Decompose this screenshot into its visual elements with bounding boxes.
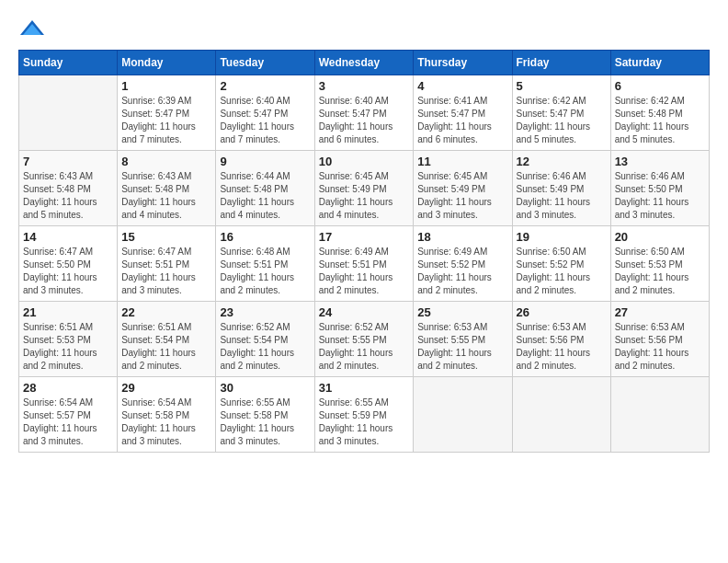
day-info: Sunrise: 6:46 AMSunset: 5:49 PMDaylight:…	[517, 170, 607, 222]
day-of-week-header: Friday	[512, 51, 610, 75]
calendar-cell: 25Sunrise: 6:53 AMSunset: 5:55 PMDayligh…	[414, 302, 512, 377]
day-info: Sunrise: 6:45 AMSunset: 5:49 PMDaylight:…	[417, 170, 507, 222]
calendar-cell: 22Sunrise: 6:51 AMSunset: 5:54 PMDayligh…	[118, 302, 216, 377]
day-number: 21	[23, 305, 113, 319]
day-info: Sunrise: 6:45 AMSunset: 5:49 PMDaylight:…	[319, 170, 410, 222]
calendar-week-row: 28Sunrise: 6:54 AMSunset: 5:57 PMDayligh…	[19, 377, 710, 453]
day-number: 7	[23, 155, 113, 168]
day-info: Sunrise: 6:47 AMSunset: 5:50 PMDaylight:…	[23, 246, 113, 297]
day-info: Sunrise: 6:52 AMSunset: 5:55 PMDaylight:…	[319, 321, 410, 373]
day-number: 4	[417, 79, 507, 93]
calendar-cell: 6Sunrise: 6:42 AMSunset: 5:48 PMDaylight…	[610, 75, 709, 151]
day-info: Sunrise: 6:44 AMSunset: 5:48 PMDaylight:…	[220, 170, 310, 222]
day-of-week-header: Monday	[118, 51, 216, 75]
day-info: Sunrise: 6:50 AMSunset: 5:52 PMDaylight:…	[517, 246, 607, 297]
calendar-cell: 4Sunrise: 6:41 AMSunset: 5:47 PMDaylight…	[414, 75, 512, 151]
calendar-cell	[610, 377, 709, 453]
calendar-cell: 27Sunrise: 6:53 AMSunset: 5:56 PMDayligh…	[610, 302, 709, 377]
day-number: 13	[615, 155, 705, 168]
day-info: Sunrise: 6:43 AMSunset: 5:48 PMDaylight:…	[121, 170, 211, 222]
day-info: Sunrise: 6:47 AMSunset: 5:51 PMDaylight:…	[121, 246, 211, 297]
day-number: 25	[417, 305, 507, 319]
day-info: Sunrise: 6:42 AMSunset: 5:47 PMDaylight:…	[517, 95, 607, 146]
page-header	[18, 18, 710, 40]
calendar-cell: 28Sunrise: 6:54 AMSunset: 5:57 PMDayligh…	[19, 377, 118, 453]
calendar-cell	[414, 377, 512, 453]
day-number: 17	[319, 230, 410, 244]
day-number: 1	[121, 79, 211, 93]
calendar-cell: 30Sunrise: 6:55 AMSunset: 5:58 PMDayligh…	[216, 377, 314, 453]
day-number: 12	[517, 155, 607, 168]
calendar-table: SundayMondayTuesdayWednesdayThursdayFrid…	[18, 50, 710, 453]
day-info: Sunrise: 6:54 AMSunset: 5:58 PMDaylight:…	[121, 396, 211, 448]
calendar-cell: 15Sunrise: 6:47 AMSunset: 5:51 PMDayligh…	[118, 226, 216, 302]
day-number: 10	[319, 155, 410, 168]
day-info: Sunrise: 6:46 AMSunset: 5:50 PMDaylight:…	[615, 170, 705, 222]
calendar-cell: 31Sunrise: 6:55 AMSunset: 5:59 PMDayligh…	[314, 377, 414, 453]
calendar-cell: 20Sunrise: 6:50 AMSunset: 5:53 PMDayligh…	[610, 226, 709, 302]
day-info: Sunrise: 6:48 AMSunset: 5:51 PMDaylight:…	[220, 246, 310, 297]
calendar-week-row: 1Sunrise: 6:39 AMSunset: 5:47 PMDaylight…	[19, 75, 710, 151]
day-number: 18	[417, 230, 507, 244]
day-number: 30	[220, 381, 310, 395]
day-number: 28	[23, 381, 113, 395]
day-info: Sunrise: 6:40 AMSunset: 5:47 PMDaylight:…	[319, 95, 410, 146]
calendar-cell: 24Sunrise: 6:52 AMSunset: 5:55 PMDayligh…	[314, 302, 414, 377]
calendar-week-row: 7Sunrise: 6:43 AMSunset: 5:48 PMDaylight…	[19, 151, 710, 226]
calendar-cell: 21Sunrise: 6:51 AMSunset: 5:53 PMDayligh…	[19, 302, 118, 377]
day-number: 19	[517, 230, 607, 244]
calendar-cell: 10Sunrise: 6:45 AMSunset: 5:49 PMDayligh…	[314, 151, 414, 226]
day-info: Sunrise: 6:55 AMSunset: 5:59 PMDaylight:…	[319, 396, 410, 448]
day-info: Sunrise: 6:43 AMSunset: 5:48 PMDaylight:…	[23, 170, 113, 222]
calendar-cell: 26Sunrise: 6:53 AMSunset: 5:56 PMDayligh…	[512, 302, 610, 377]
calendar-cell: 7Sunrise: 6:43 AMSunset: 5:48 PMDaylight…	[19, 151, 118, 226]
calendar-cell: 1Sunrise: 6:39 AMSunset: 5:47 PMDaylight…	[118, 75, 216, 151]
day-info: Sunrise: 6:55 AMSunset: 5:58 PMDaylight:…	[220, 396, 310, 448]
day-number: 3	[319, 79, 410, 93]
calendar-cell	[19, 75, 118, 151]
calendar-cell	[512, 377, 610, 453]
calendar-cell: 23Sunrise: 6:52 AMSunset: 5:54 PMDayligh…	[216, 302, 314, 377]
day-info: Sunrise: 6:39 AMSunset: 5:47 PMDaylight:…	[121, 95, 211, 146]
day-info: Sunrise: 6:51 AMSunset: 5:53 PMDaylight:…	[23, 321, 113, 373]
calendar-cell: 2Sunrise: 6:40 AMSunset: 5:47 PMDaylight…	[216, 75, 314, 151]
day-number: 16	[220, 230, 310, 244]
day-number: 24	[319, 305, 410, 319]
calendar-week-row: 21Sunrise: 6:51 AMSunset: 5:53 PMDayligh…	[19, 302, 710, 377]
calendar-cell: 29Sunrise: 6:54 AMSunset: 5:58 PMDayligh…	[118, 377, 216, 453]
day-info: Sunrise: 6:53 AMSunset: 5:56 PMDaylight:…	[517, 321, 607, 373]
calendar-week-row: 14Sunrise: 6:47 AMSunset: 5:50 PMDayligh…	[19, 226, 710, 302]
day-info: Sunrise: 6:51 AMSunset: 5:54 PMDaylight:…	[121, 321, 211, 373]
day-info: Sunrise: 6:54 AMSunset: 5:57 PMDaylight:…	[23, 396, 113, 448]
calendar-cell: 14Sunrise: 6:47 AMSunset: 5:50 PMDayligh…	[19, 226, 118, 302]
day-number: 11	[417, 155, 507, 168]
calendar-cell: 18Sunrise: 6:49 AMSunset: 5:52 PMDayligh…	[414, 226, 512, 302]
day-info: Sunrise: 6:53 AMSunset: 5:55 PMDaylight:…	[417, 321, 507, 373]
calendar-cell: 8Sunrise: 6:43 AMSunset: 5:48 PMDaylight…	[118, 151, 216, 226]
day-of-week-header: Saturday	[610, 51, 709, 75]
day-number: 31	[319, 381, 410, 395]
calendar-header-row: SundayMondayTuesdayWednesdayThursdayFrid…	[19, 51, 710, 75]
logo-icon	[18, 18, 46, 40]
calendar-cell: 19Sunrise: 6:50 AMSunset: 5:52 PMDayligh…	[512, 226, 610, 302]
day-info: Sunrise: 6:41 AMSunset: 5:47 PMDaylight:…	[417, 95, 507, 146]
day-number: 6	[615, 79, 705, 93]
calendar-cell: 5Sunrise: 6:42 AMSunset: 5:47 PMDaylight…	[512, 75, 610, 151]
calendar-cell: 3Sunrise: 6:40 AMSunset: 5:47 PMDaylight…	[314, 75, 414, 151]
calendar-cell: 9Sunrise: 6:44 AMSunset: 5:48 PMDaylight…	[216, 151, 314, 226]
day-number: 20	[615, 230, 705, 244]
day-info: Sunrise: 6:49 AMSunset: 5:51 PMDaylight:…	[319, 246, 410, 297]
day-info: Sunrise: 6:50 AMSunset: 5:53 PMDaylight:…	[615, 246, 705, 297]
day-number: 14	[23, 230, 113, 244]
logo	[18, 18, 50, 40]
day-number: 29	[121, 381, 211, 395]
day-of-week-header: Wednesday	[314, 51, 414, 75]
day-info: Sunrise: 6:49 AMSunset: 5:52 PMDaylight:…	[417, 246, 507, 297]
day-of-week-header: Tuesday	[216, 51, 314, 75]
calendar-cell: 12Sunrise: 6:46 AMSunset: 5:49 PMDayligh…	[512, 151, 610, 226]
day-info: Sunrise: 6:40 AMSunset: 5:47 PMDaylight:…	[220, 95, 310, 146]
calendar-cell: 13Sunrise: 6:46 AMSunset: 5:50 PMDayligh…	[610, 151, 709, 226]
day-number: 15	[121, 230, 211, 244]
day-info: Sunrise: 6:52 AMSunset: 5:54 PMDaylight:…	[220, 321, 310, 373]
day-number: 5	[517, 79, 607, 93]
